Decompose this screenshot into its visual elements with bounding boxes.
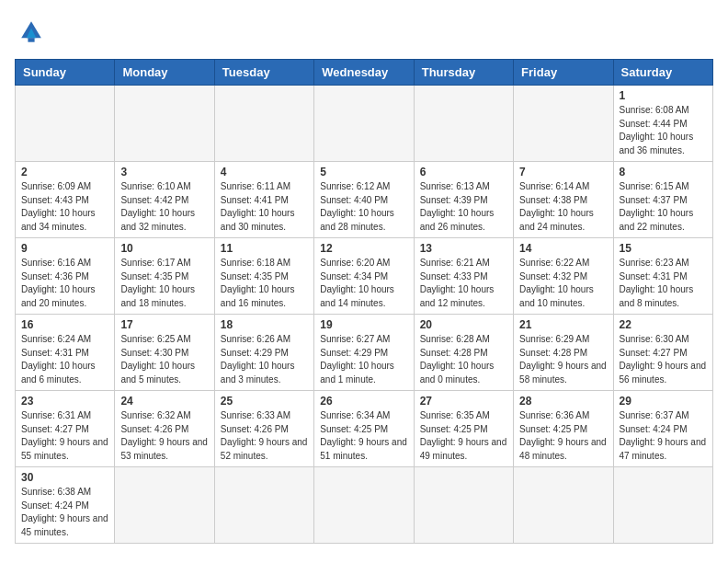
- day-info: Sunrise: 6:37 AM Sunset: 4:24 PM Dayligh…: [620, 409, 707, 463]
- day-number: 18: [221, 318, 308, 331]
- weekday-header-monday: Monday: [115, 60, 214, 86]
- calendar-cell: 19Sunrise: 6:27 AM Sunset: 4:29 PM Dayli…: [314, 315, 414, 391]
- day-number: 30: [21, 471, 108, 484]
- page-header: [15, 15, 713, 48]
- day-info: Sunrise: 6:16 AM Sunset: 4:36 PM Dayligh…: [21, 257, 108, 310]
- calendar-cell: 12Sunrise: 6:20 AM Sunset: 4:34 PM Dayli…: [314, 238, 414, 315]
- week-row-2: 2Sunrise: 6:09 AM Sunset: 4:43 PM Daylig…: [16, 162, 713, 238]
- day-info: Sunrise: 6:29 AM Sunset: 4:28 PM Dayligh…: [519, 333, 607, 386]
- calendar-cell: 23Sunrise: 6:31 AM Sunset: 4:27 PM Dayli…: [16, 391, 115, 467]
- day-number: 21: [519, 318, 607, 331]
- svg-rect-3: [28, 38, 34, 42]
- day-info: Sunrise: 6:36 AM Sunset: 4:25 PM Dayligh…: [519, 409, 607, 463]
- calendar-cell: 21Sunrise: 6:29 AM Sunset: 4:28 PM Dayli…: [514, 315, 613, 391]
- weekday-header-saturday: Saturday: [613, 60, 712, 86]
- calendar-cell: [514, 86, 613, 162]
- day-info: Sunrise: 6:34 AM Sunset: 4:25 PM Dayligh…: [320, 409, 407, 463]
- day-info: Sunrise: 6:25 AM Sunset: 4:30 PM Dayligh…: [120, 333, 208, 386]
- calendar-cell: 2Sunrise: 6:09 AM Sunset: 4:43 PM Daylig…: [16, 162, 115, 238]
- day-number: 8: [620, 166, 707, 178]
- weekday-header-thursday: Thursday: [414, 60, 513, 86]
- day-number: 10: [120, 242, 208, 255]
- week-row-3: 9Sunrise: 6:16 AM Sunset: 4:36 PM Daylig…: [16, 238, 713, 315]
- calendar-cell: 18Sunrise: 6:26 AM Sunset: 4:29 PM Dayli…: [214, 315, 313, 391]
- day-number: 19: [320, 318, 407, 331]
- calendar-cell: 9Sunrise: 6:16 AM Sunset: 4:36 PM Daylig…: [16, 238, 115, 315]
- day-number: 2: [21, 166, 108, 178]
- day-info: Sunrise: 6:12 AM Sunset: 4:40 PM Dayligh…: [320, 180, 407, 234]
- calendar-cell: 28Sunrise: 6:36 AM Sunset: 4:25 PM Dayli…: [514, 391, 613, 467]
- calendar-cell: 14Sunrise: 6:22 AM Sunset: 4:32 PM Dayli…: [514, 238, 613, 315]
- day-info: Sunrise: 6:21 AM Sunset: 4:33 PM Dayligh…: [420, 257, 507, 310]
- day-number: 27: [420, 395, 507, 408]
- day-info: Sunrise: 6:18 AM Sunset: 4:35 PM Dayligh…: [221, 257, 308, 310]
- weekday-header-row: SundayMondayTuesdayWednesdayThursdayFrid…: [16, 60, 713, 86]
- day-info: Sunrise: 6:10 AM Sunset: 4:42 PM Dayligh…: [120, 180, 208, 234]
- day-info: Sunrise: 6:38 AM Sunset: 4:24 PM Dayligh…: [21, 486, 108, 539]
- day-number: 3: [120, 166, 208, 178]
- day-number: 28: [519, 395, 607, 408]
- day-number: 5: [320, 166, 407, 178]
- day-info: Sunrise: 6:17 AM Sunset: 4:35 PM Dayligh…: [120, 257, 208, 310]
- day-info: Sunrise: 6:31 AM Sunset: 4:27 PM Dayligh…: [21, 409, 108, 463]
- calendar-cell: 22Sunrise: 6:30 AM Sunset: 4:27 PM Dayli…: [613, 315, 712, 391]
- day-number: 20: [420, 318, 507, 331]
- day-info: Sunrise: 6:13 AM Sunset: 4:39 PM Dayligh…: [420, 180, 507, 234]
- calendar-cell: 5Sunrise: 6:12 AM Sunset: 4:40 PM Daylig…: [314, 162, 414, 238]
- week-row-5: 23Sunrise: 6:31 AM Sunset: 4:27 PM Dayli…: [16, 391, 713, 467]
- day-info: Sunrise: 6:33 AM Sunset: 4:26 PM Dayligh…: [221, 409, 308, 463]
- day-number: 1: [620, 89, 707, 102]
- day-number: 23: [21, 395, 108, 408]
- calendar-cell: [214, 467, 313, 544]
- calendar-cell: [613, 467, 712, 544]
- day-number: 22: [620, 318, 707, 331]
- calendar-cell: [115, 86, 214, 162]
- calendar-cell: 26Sunrise: 6:34 AM Sunset: 4:25 PM Dayli…: [314, 391, 414, 467]
- calendar-cell: [115, 467, 214, 544]
- day-number: 14: [519, 242, 607, 255]
- day-info: Sunrise: 6:22 AM Sunset: 4:32 PM Dayligh…: [519, 257, 607, 310]
- day-info: Sunrise: 6:09 AM Sunset: 4:43 PM Dayligh…: [21, 180, 108, 234]
- calendar-cell: [214, 86, 313, 162]
- calendar-cell: 17Sunrise: 6:25 AM Sunset: 4:30 PM Dayli…: [115, 315, 214, 391]
- week-row-6: 30Sunrise: 6:38 AM Sunset: 4:24 PM Dayli…: [16, 467, 713, 544]
- day-info: Sunrise: 6:24 AM Sunset: 4:31 PM Dayligh…: [21, 333, 108, 386]
- calendar-cell: [16, 86, 115, 162]
- weekday-header-tuesday: Tuesday: [214, 60, 313, 86]
- calendar-cell: 25Sunrise: 6:33 AM Sunset: 4:26 PM Dayli…: [214, 391, 313, 467]
- day-info: Sunrise: 6:20 AM Sunset: 4:34 PM Dayligh…: [320, 257, 407, 310]
- logo: [15, 15, 51, 48]
- calendar-cell: 29Sunrise: 6:37 AM Sunset: 4:24 PM Dayli…: [613, 391, 712, 467]
- weekday-header-sunday: Sunday: [16, 60, 115, 86]
- calendar-cell: [314, 86, 414, 162]
- day-number: 4: [221, 166, 308, 178]
- week-row-1: 1Sunrise: 6:08 AM Sunset: 4:44 PM Daylig…: [16, 86, 713, 162]
- calendar-cell: 30Sunrise: 6:38 AM Sunset: 4:24 PM Dayli…: [16, 467, 115, 544]
- day-number: 12: [320, 242, 407, 255]
- calendar-cell: 24Sunrise: 6:32 AM Sunset: 4:26 PM Dayli…: [115, 391, 214, 467]
- day-info: Sunrise: 6:26 AM Sunset: 4:29 PM Dayligh…: [221, 333, 308, 386]
- calendar-cell: 10Sunrise: 6:17 AM Sunset: 4:35 PM Dayli…: [115, 238, 214, 315]
- day-number: 16: [21, 318, 108, 331]
- calendar-cell: 4Sunrise: 6:11 AM Sunset: 4:41 PM Daylig…: [214, 162, 313, 238]
- day-info: Sunrise: 6:30 AM Sunset: 4:27 PM Dayligh…: [620, 333, 707, 386]
- week-row-4: 16Sunrise: 6:24 AM Sunset: 4:31 PM Dayli…: [16, 315, 713, 391]
- day-number: 6: [420, 166, 507, 178]
- day-info: Sunrise: 6:32 AM Sunset: 4:26 PM Dayligh…: [120, 409, 208, 463]
- calendar-cell: 7Sunrise: 6:14 AM Sunset: 4:38 PM Daylig…: [514, 162, 613, 238]
- day-info: Sunrise: 6:35 AM Sunset: 4:25 PM Dayligh…: [420, 409, 507, 463]
- day-number: 11: [221, 242, 308, 255]
- day-number: 9: [21, 242, 108, 255]
- day-info: Sunrise: 6:14 AM Sunset: 4:38 PM Dayligh…: [519, 180, 607, 234]
- calendar-cell: 11Sunrise: 6:18 AM Sunset: 4:35 PM Dayli…: [214, 238, 313, 315]
- day-number: 29: [620, 395, 707, 408]
- calendar-table: SundayMondayTuesdayWednesdayThursdayFrid…: [15, 59, 713, 544]
- calendar-cell: [514, 467, 613, 544]
- calendar-cell: 6Sunrise: 6:13 AM Sunset: 4:39 PM Daylig…: [414, 162, 513, 238]
- weekday-header-friday: Friday: [514, 60, 613, 86]
- day-info: Sunrise: 6:23 AM Sunset: 4:31 PM Dayligh…: [620, 257, 707, 310]
- day-number: 7: [519, 166, 607, 178]
- day-info: Sunrise: 6:11 AM Sunset: 4:41 PM Dayligh…: [221, 180, 308, 234]
- day-info: Sunrise: 6:15 AM Sunset: 4:37 PM Dayligh…: [620, 180, 707, 234]
- day-number: 25: [221, 395, 308, 408]
